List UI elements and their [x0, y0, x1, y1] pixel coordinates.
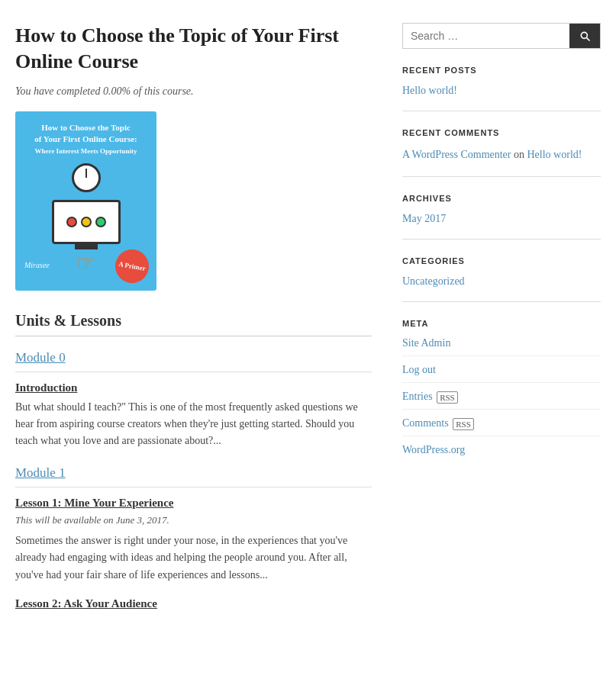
lesson-2-title[interactable]: Lesson 2: Ask Your Audience: [15, 597, 372, 610]
archive-may-2017[interactable]: May 2017: [402, 213, 446, 224]
module-0-title[interactable]: Module 0: [15, 350, 372, 372]
dot-red: [66, 217, 77, 227]
lesson-1-excerpt: Sometimes the answer is right under your…: [15, 532, 372, 584]
search-box[interactable]: [402, 23, 601, 49]
category-uncategorized[interactable]: Uncategorized: [402, 275, 465, 287]
lesson-1-title[interactable]: Lesson 1: Mine Your Experience: [15, 497, 372, 510]
categories-section: Categories Uncategorized: [402, 256, 601, 302]
main-content: How to Choose the Topic of Your First On…: [15, 23, 372, 626]
commenter-link[interactable]: A WordPress Commenter: [402, 149, 511, 160]
lesson-1-availability: This will be available on June 3, 2017.: [15, 514, 372, 526]
entries-rss-badge: RSS: [437, 391, 458, 404]
search-input[interactable]: [403, 24, 569, 48]
page-title: How to Choose the Topic of Your First On…: [15, 23, 372, 75]
monitor-icon: [52, 200, 121, 244]
meta-section: Meta Site Admin Log out Entries RSS Comm…: [402, 319, 601, 470]
monitor-decoration: [24, 200, 147, 244]
categories-heading: Categories: [402, 256, 601, 265]
dot-yellow: [81, 217, 92, 227]
comment-on-text: on: [514, 149, 527, 160]
completion-text: You have completed 0.00% of this course.: [15, 85, 372, 98]
search-icon: [579, 30, 591, 42]
search-button[interactable]: [569, 24, 600, 48]
log-out-link[interactable]: Log out: [402, 364, 601, 383]
dot-green: [95, 217, 106, 227]
lesson-introduction-title[interactable]: Introduction: [15, 381, 372, 394]
module-1-title[interactable]: Module 1: [15, 465, 372, 487]
wordpress-org-link[interactable]: WordPress.org: [402, 444, 601, 456]
entries-rss-link[interactable]: Entries RSS: [402, 391, 601, 410]
meta-links: Site Admin Log out Entries RSS Comments …: [402, 337, 601, 456]
site-admin-link[interactable]: Site Admin: [402, 337, 601, 356]
comments-rss-link[interactable]: Comments RSS: [402, 417, 601, 436]
recent-posts-heading: Recent Posts: [402, 66, 601, 75]
recent-comments-text: A WordPress Commenter on Hello world!: [402, 146, 601, 162]
archives-heading: Archives: [402, 194, 601, 203]
units-heading: Units & Lessons: [15, 312, 372, 336]
lesson-introduction-excerpt: But what should I teach?" This is one of…: [15, 399, 372, 450]
recent-comments-section: Recent Comments A WordPress Commenter on…: [402, 128, 601, 177]
course-image-subtitle: Where Interest Meets Opportunity: [35, 147, 137, 155]
course-image-title: How to Choose the Topicof Your First Onl…: [24, 122, 147, 157]
module-1-section: Module 1 Lesson 1: Mine Your Experience …: [15, 465, 372, 610]
clock-icon: [72, 163, 101, 192]
comments-rss-badge: RSS: [453, 418, 474, 430]
mirasee-label: Mirasee: [24, 261, 50, 269]
clock-decoration: [24, 163, 147, 195]
sidebar: Recent Posts Hello world! Recent Comment…: [402, 23, 601, 626]
archives-section: Archives May 2017: [402, 194, 601, 240]
recent-posts-section: Recent Posts Hello world!: [402, 66, 601, 111]
commented-post-link[interactable]: Hello world!: [527, 149, 582, 160]
meta-heading: Meta: [402, 319, 601, 328]
course-image: How to Choose the Topicof Your First Onl…: [15, 111, 156, 291]
recent-post-hello-world[interactable]: Hello world!: [402, 85, 457, 96]
module-0-section: Module 0 Introduction But what should I …: [15, 350, 372, 450]
recent-comments-heading: Recent Comments: [402, 128, 601, 137]
